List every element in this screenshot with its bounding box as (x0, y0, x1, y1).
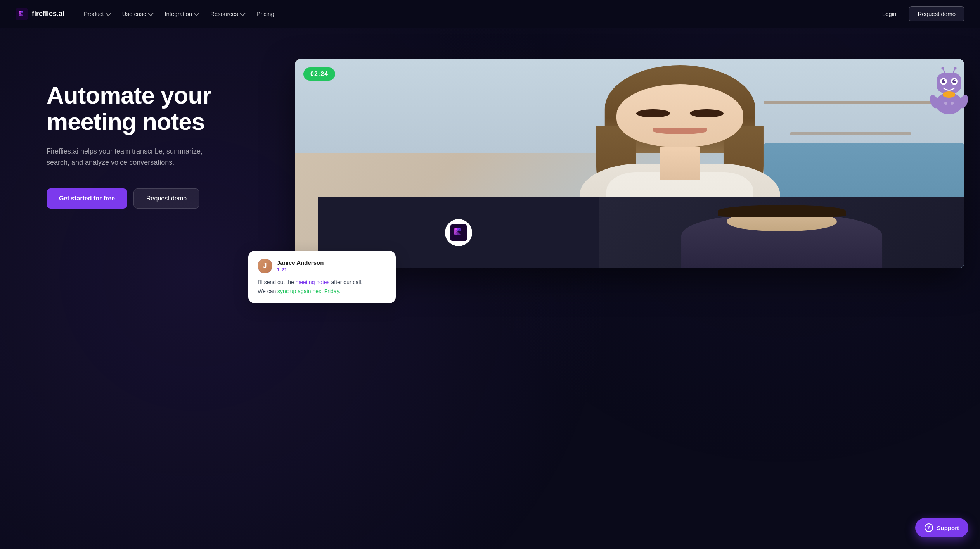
meeting-notes-link[interactable]: meeting notes (296, 279, 330, 285)
get-started-button[interactable]: Get started for free (47, 188, 127, 209)
nav-left: fireflies.ai Product Use case Integratio… (16, 7, 280, 20)
chat-sender-info: Janice Anderson 1:21 (277, 259, 324, 273)
chat-header: J Janice Anderson 1:21 (258, 259, 386, 273)
svg-point-10 (944, 80, 945, 81)
hero-buttons: Get started for free Request demo (47, 188, 248, 209)
nav-item-resources[interactable]: Resources (205, 7, 249, 20)
brand-name: fireflies.ai (32, 10, 64, 18)
hero-right: 02:24 (272, 59, 964, 350)
timer-badge: 02:24 (303, 67, 335, 81)
second-participant-thumbnail (599, 197, 964, 268)
robot-character (926, 67, 972, 121)
svg-point-11 (954, 80, 956, 81)
request-demo-nav-button[interactable]: Request demo (909, 6, 964, 21)
nav-link-pricing[interactable]: Pricing (251, 7, 280, 20)
fireflies-logo-in-circle (450, 224, 467, 241)
nav-item-product[interactable]: Product (78, 7, 115, 20)
sync-up-link[interactable]: sync up again next Friday. (277, 288, 340, 294)
chat-timestamp: 1:21 (277, 267, 324, 273)
chevron-down-icon (240, 10, 245, 16)
nav-right: Login Request demo (876, 6, 964, 21)
hero-section: Automate your meeting notes Fireflies.ai… (0, 28, 980, 549)
chat-message: I'll send out the meeting notes after ou… (258, 278, 386, 295)
support-icon: ? (925, 523, 933, 532)
video-bottom-row: Fireflies.ai Notetaker (318, 197, 964, 268)
video-card: 02:24 (295, 59, 964, 268)
chevron-down-icon (148, 10, 154, 16)
chevron-down-icon (194, 10, 199, 16)
login-link[interactable]: Login (876, 7, 903, 20)
avatar: J (258, 259, 272, 273)
chevron-down-icon (106, 10, 111, 16)
hero-title: Automate your meeting notes (47, 82, 248, 135)
nav-item-pricing[interactable]: Pricing (251, 7, 280, 20)
participant-video (599, 197, 964, 268)
nav-item-integration[interactable]: Integration (159, 7, 203, 20)
nav-links: Product Use case Integration Resources (78, 7, 280, 20)
nav-link-use-case[interactable]: Use case (117, 7, 158, 20)
chat-sender-name: Janice Anderson (277, 259, 324, 266)
request-demo-hero-button[interactable]: Request demo (133, 188, 199, 209)
svg-point-9 (952, 79, 956, 83)
svg-point-4 (954, 67, 957, 70)
hero-subtitle: Fireflies.ai helps your team transcribe,… (47, 146, 217, 168)
nav-link-integration[interactable]: Integration (159, 7, 203, 20)
nav-item-use-case[interactable]: Use case (117, 7, 158, 20)
chat-bubble: J Janice Anderson 1:21 I'll send out the… (248, 251, 396, 303)
navigation: fireflies.ai Product Use case Integratio… (0, 0, 980, 28)
svg-point-2 (942, 67, 944, 70)
logo[interactable]: fireflies.ai (16, 8, 64, 20)
svg-point-8 (942, 79, 945, 83)
support-button[interactable]: ? Support (915, 518, 969, 537)
nav-link-product[interactable]: Product (78, 7, 115, 20)
fireflies-logo-circle (445, 219, 472, 246)
svg-point-17 (951, 102, 954, 105)
fireflies-logo-icon (16, 8, 28, 20)
robot-svg (926, 67, 972, 121)
svg-point-15 (943, 92, 955, 98)
hero-left: Automate your meeting notes Fireflies.ai… (47, 59, 248, 209)
nav-link-resources[interactable]: Resources (205, 7, 249, 20)
svg-point-16 (944, 102, 947, 105)
